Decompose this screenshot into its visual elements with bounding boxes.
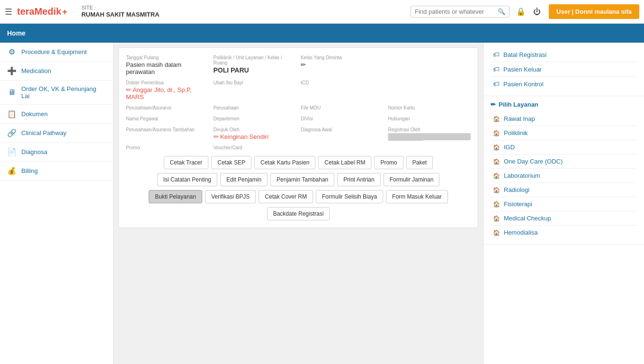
user-button[interactable]: User | Donni maulana sifa [549, 4, 639, 19]
penjamin-tambahan-button[interactable]: Penjamin Tambahan [270, 173, 334, 186]
navbar: Home [0, 24, 644, 43]
cetak-cover-rm-button[interactable]: Cetak Cover RM [259, 190, 313, 203]
cetak-sep-button[interactable]: Cetak SEP [211, 156, 251, 169]
departemen-label: Departemen [214, 116, 296, 121]
icd-label: ICD [301, 80, 384, 85]
divisi-field: DIVisi [301, 116, 384, 122]
cetak-label-rm-button[interactable]: Cetak Label RM [318, 156, 371, 169]
poliklinik-field: Poliklinik / Unit Layanan / Kelas / Ruan… [214, 55, 296, 75]
registrasi-oleh-value: ████████ [388, 133, 471, 140]
laboratorium-item[interactable]: 🏠 Laboratorium [491, 169, 637, 183]
cetak-kartu-pasien-button[interactable]: Cetak Kartu Pasien [254, 156, 315, 169]
bukti-pelayanan-button[interactable]: Bukti Pelayanan [149, 190, 202, 203]
sidebar-item-order-ok[interactable]: 🖥 Order OK, VK & Penunjang Lai [0, 81, 113, 105]
sidebar-item-procedure[interactable]: ⚙ Procedure & Equipment [0, 43, 113, 62]
sidebar-item-dokumen[interactable]: 📋 Dokumen [0, 105, 113, 124]
navbar-home[interactable]: Home [7, 29, 26, 37]
print-antrian-button[interactable]: Print Antrian [337, 173, 380, 186]
odc-icon: 🏠 [493, 158, 500, 165]
dokter-value[interactable]: ✏ Anggar Jito, dr., Sp.P, MARS [126, 86, 209, 100]
cetak-tracer-button[interactable]: Cetak Tracer [164, 156, 209, 169]
nomor-kartu-label: Nomor Kartu [388, 105, 471, 110]
divisi-label: DIVisi [301, 116, 384, 121]
button-row-4: Backdate Registrasi [126, 207, 471, 220]
hemodialisa-item[interactable]: 🏠 Hemodialisa [491, 226, 637, 239]
rawat-inap-icon: 🏠 [493, 116, 500, 122]
clinical-pathway-icon: 🔗 [7, 128, 17, 137]
ubah-ibu-label: Ubah Ibu Bayi [214, 80, 296, 85]
batal-registrasi-label: Batal Registrasi [503, 51, 546, 58]
dirujuk-oleh-field: Dirujuk Oleh ✏ Keinginan Sendiri [214, 127, 296, 140]
services-title-text: Pilih Layanan [499, 101, 538, 108]
hubungan-label: Hubungan [388, 116, 471, 121]
site-info: SITE : RUMAH SAKIT MASMITRA [81, 4, 160, 19]
edit-penjamin-button[interactable]: Edit Penjamin [220, 173, 268, 186]
sidebar-item-label: Billing [21, 167, 38, 174]
rawat-inap-item[interactable]: 🏠 Rawat Inap [491, 112, 637, 126]
icd-field: ICD [301, 80, 384, 100]
sidebar-item-diagnosa[interactable]: 📄 Diagnosa [0, 143, 113, 162]
kelas-label: Kelas Yang Diminta [301, 55, 384, 60]
topbar-icons: 🔒 ⏻ User | Donni maulana sifa [514, 4, 639, 19]
search-input[interactable] [415, 8, 495, 15]
form-masuk-keluar-button[interactable]: Form Masuk Keluar [386, 190, 448, 203]
patient-info-grid2: Dokter Pemeriksa ✏ Anggar Jito, dr., Sp.… [126, 80, 471, 100]
medical-checkup-icon: 🏠 [493, 215, 500, 222]
sidebar-item-billing[interactable]: 💰 Billing [0, 162, 113, 181]
rawat-inap-label: Rawat Inap [504, 115, 535, 122]
topbar: ☰ teraMedik+ SITE : RUMAH SAKIT MASMITRA… [0, 0, 644, 24]
pasien-kontrol-icon: 🏷 [493, 80, 500, 88]
pasien-kontrol-item[interactable]: 🏷 Pasien Kontrol [491, 77, 637, 91]
logo-text: teraMedik+ [17, 6, 67, 17]
pasien-keluar-label: Pasien Keluar [503, 66, 542, 73]
fisioterapi-item[interactable]: 🏠 Fisioterapi [491, 197, 637, 211]
igd-item[interactable]: 🏠 IGD [491, 140, 637, 155]
patient-info-grid: Tanggal Pulang Pasien masih dalam perawa… [126, 55, 471, 75]
medication-icon: ➕ [7, 66, 17, 75]
site-label: SITE : [81, 5, 96, 10]
power-icon[interactable]: ⏻ [531, 6, 543, 18]
dirujuk-oleh-label: Dirujuk Oleh [214, 127, 296, 132]
fisioterapi-icon: 🏠 [493, 201, 500, 208]
sidebar-item-clinical-pathway[interactable]: 🔗 Clinical Pathway [0, 124, 113, 143]
promo-button[interactable]: Promo [374, 156, 403, 169]
laboratorium-label: Laboratorium [504, 172, 540, 179]
formulir-selisih-biaya-button[interactable]: Formulir Selisih Biaya [316, 190, 383, 203]
odc-item[interactable]: 🏠 One Day Care (ODC) [491, 155, 637, 169]
menu-icon[interactable]: ☰ [5, 7, 12, 17]
perusahaan-label: Perusahaan [214, 105, 296, 110]
formulir-jaminan-button[interactable]: Formulir Jaminan [384, 173, 440, 186]
kelas-edit-icon[interactable]: ✏ [301, 61, 384, 68]
radiologi-label: Radiologi [504, 186, 529, 193]
poliklinik-icon: 🏠 [493, 130, 500, 136]
dirujuk-oleh-value[interactable]: ✏ Keinginan Sendiri [214, 133, 296, 140]
promo-field: Promo [126, 145, 209, 151]
procedure-icon: ⚙ [7, 47, 17, 56]
poliklinik-label: Poliklinik [504, 129, 528, 136]
tanggal-pulang-label: Tanggal Pulang [126, 55, 209, 60]
medical-checkup-item[interactable]: 🏠 Medical Checkup [491, 211, 637, 226]
search-box[interactable]: 🔍 [411, 6, 510, 18]
sidebar-item-medication[interactable]: ➕ Medication [0, 62, 113, 81]
verifikasi-bpjs-button[interactable]: Verifikasi BPJS [205, 190, 256, 203]
pasien-keluar-item[interactable]: 🏷 Pasien Keluar [491, 62, 637, 77]
services-edit-icon: ✏ [491, 101, 496, 108]
backdate-registrasi-button[interactable]: Backdate Registrasi [267, 207, 330, 220]
diagnosa-awal-field: Diagnosa Awal [301, 127, 384, 140]
batal-registrasi-item[interactable]: 🏷 Batal Registrasi [491, 47, 637, 62]
main-content: Tanggal Pulang Pasien masih dalam perawa… [114, 43, 483, 364]
paket-button[interactable]: Paket [406, 156, 433, 169]
poliklinik-label: Poliklinik / Unit Layanan / Kelas / Ruan… [214, 55, 296, 65]
radiologi-icon: 🏠 [493, 187, 500, 193]
poliklinik-item[interactable]: 🏠 Poliklinik [491, 126, 637, 140]
diagnosa-icon: 📄 [7, 147, 17, 156]
radiologi-item[interactable]: 🏠 Radiologi [491, 183, 637, 197]
site-name: RUMAH SAKIT MASMITRA [81, 11, 160, 19]
services-title: ✏ Pilih Layanan [491, 101, 637, 108]
nomor-kartu-field: Nomor Kartu [388, 105, 471, 111]
lock-icon[interactable]: 🔒 [514, 5, 528, 18]
order-ok-icon: 🖥 [7, 88, 17, 97]
tanggal-pulang-field: Tanggal Pulang Pasien masih dalam perawa… [126, 55, 209, 75]
departemen-field: Departemen [214, 116, 296, 122]
isi-catatan-button[interactable]: Isi Catatan Penting [157, 173, 217, 186]
